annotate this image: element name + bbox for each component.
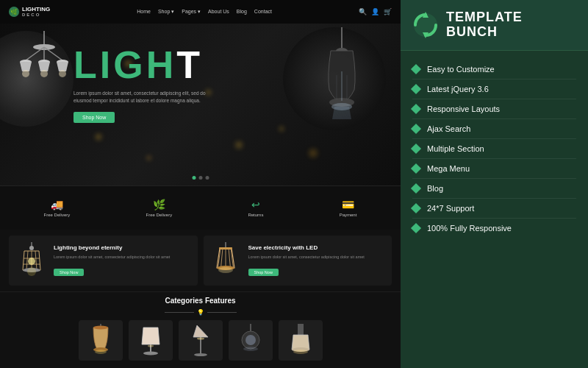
hero-title-highlight: LIGH — [74, 43, 176, 86]
right-panel: TEMPLATE BUNCH Easy to Customize Latest … — [401, 0, 588, 368]
svg-point-40 — [95, 350, 107, 354]
bokeh-2 — [147, 156, 151, 160]
payment-icon: 💳 — [342, 199, 354, 210]
site-logo[interactable]: 🌿 LIGHTING DECO — [9, 7, 50, 17]
categories-divider: 💡 — [9, 309, 392, 316]
card-2-title: Save electricity with LED — [248, 244, 387, 252]
feature-row-5: Multiple Section — [412, 139, 576, 159]
diamond-icon-9 — [411, 223, 421, 233]
brand-logo-icon — [412, 12, 439, 38]
svg-point-43 — [148, 345, 154, 347]
features-bar: 🚚 Free Delivery 🌿 Free Delivery ↩ Return… — [0, 185, 401, 230]
feature-label-4: Ajax Search — [427, 124, 470, 133]
nav-link-about[interactable]: About Us — [208, 9, 229, 15]
cat-thumb-5[interactable] — [279, 320, 323, 361]
brand-header: TEMPLATE BUNCH — [401, 0, 588, 51]
svg-point-8 — [22, 70, 29, 77]
logo-text: LIGHTING DECO — [22, 7, 50, 17]
svg-point-53 — [293, 350, 308, 354]
divider-line-right — [207, 312, 237, 313]
cat-thumb-3[interactable] — [179, 320, 223, 361]
card-1-title: Lighting beyond eternity — [54, 244, 192, 252]
card-1-info: Lighting beyond eternity Lorem ipsum dol… — [54, 244, 192, 276]
category-thumbnails — [9, 320, 392, 361]
dot-2[interactable] — [198, 176, 202, 180]
svg-line-24 — [35, 251, 37, 270]
cat-thumb-2[interactable] — [129, 320, 173, 361]
nav-links: Home Shop ▾ Pages ▾ About Us Blog Contac… — [56, 9, 353, 15]
card-1-image — [15, 241, 48, 280]
dot-3[interactable] — [205, 176, 209, 180]
bokeh-3 — [235, 141, 243, 149]
svg-point-49 — [245, 335, 256, 345]
feature-payment: 💳 Payment — [340, 199, 357, 217]
hero-text: LIGHT Lorem ipsum dolor sit amet, consec… — [74, 46, 220, 123]
divider-line-left — [165, 312, 194, 313]
category-cards: Lighting beyond eternity Lorem ipsum dol… — [0, 230, 401, 291]
svg-point-27 — [27, 267, 36, 276]
category-card-1: Lighting beyond eternity Lorem ipsum dol… — [9, 236, 198, 286]
card-1-btn[interactable]: Shop Now — [54, 269, 84, 276]
svg-line-30 — [221, 248, 223, 268]
feature-label-1: Easy to Customize — [427, 65, 495, 74]
svg-point-46 — [197, 338, 204, 340]
feature-row-2: Latest jQuery 3.6 — [412, 79, 576, 99]
feature-label-9: 100% Fully Responsive — [427, 224, 512, 233]
nav-link-contact[interactable]: Contact — [254, 9, 272, 15]
search-icon[interactable]: 🔍 — [359, 8, 367, 15]
svg-point-42 — [143, 352, 158, 355]
eco-label: Free Delivery — [146, 213, 173, 217]
slider-dots — [192, 176, 209, 180]
user-icon[interactable]: 👤 — [371, 8, 379, 15]
nav-link-pages[interactable]: Pages ▾ — [182, 9, 201, 15]
diamond-icon-5 — [411, 144, 421, 154]
feature-label-3: Responsive Layouts — [427, 105, 500, 113]
hero-shop-button[interactable]: Shop Now — [74, 112, 115, 123]
nav-link-home[interactable]: Home — [137, 9, 151, 15]
feature-row-6: Mega Menu — [412, 159, 576, 179]
diamond-icon-1 — [411, 64, 421, 74]
feature-row-8: 24*7 Support — [412, 199, 576, 219]
categories-title: Categories Features — [9, 297, 392, 305]
card-2-btn[interactable]: Shop Now — [248, 269, 279, 276]
left-panel: 🌿 LIGHTING DECO Home Shop ▾ Pages ▾ Abou… — [0, 0, 401, 368]
delivery-icon: 🚚 — [51, 199, 63, 210]
svg-point-50 — [243, 347, 258, 351]
cat-thumb-4[interactable] — [229, 320, 273, 361]
diamond-icon-2 — [411, 84, 421, 94]
card-2-image — [209, 241, 243, 280]
feature-label-6: Mega Menu — [427, 164, 470, 173]
returns-icon: ↩ — [251, 199, 260, 210]
card-1-text: Lorem ipsum dolor sit amet, consectetur … — [54, 255, 192, 261]
svg-point-9 — [40, 70, 48, 77]
diamond-icon-6 — [411, 163, 421, 174]
brand-name-block: TEMPLATE BUNCH — [446, 10, 523, 40]
feature-label-2: Latest jQuery 3.6 — [427, 85, 489, 93]
svg-point-36 — [218, 267, 233, 273]
divider-icon: 💡 — [197, 309, 204, 316]
categories-features-section: Categories Features 💡 — [0, 291, 401, 367]
svg-rect-34 — [219, 247, 232, 250]
svg-line-32 — [229, 248, 231, 268]
svg-line-4 — [44, 47, 62, 60]
bokeh-1 — [96, 134, 101, 140]
feature-label-8: 24*7 Support — [427, 204, 474, 213]
dot-1[interactable] — [192, 176, 196, 180]
diamond-icon-3 — [411, 104, 421, 114]
feature-row-4: Ajax Search — [412, 119, 576, 139]
feature-row-9: 100% Fully Responsive — [412, 219, 576, 238]
returns-label: Returns — [248, 213, 263, 217]
svg-point-10 — [59, 70, 66, 77]
nav-link-shop[interactable]: Shop ▾ — [158, 9, 174, 15]
hero-subtitle: Lorem ipsum dolor sit amet, consectetur … — [74, 90, 220, 105]
lamp-left — [4, 27, 85, 116]
svg-point-38 — [93, 326, 108, 330]
svg-line-22 — [26, 251, 28, 270]
nav-link-blog[interactable]: Blog — [237, 9, 247, 15]
cart-icon[interactable]: 🛒 — [384, 8, 392, 15]
nav-icons: 🔍 👤 🛒 — [359, 8, 392, 15]
cat-thumb-1[interactable] — [79, 320, 123, 361]
lamp-right — [305, 24, 379, 127]
feature-label-5: Multiple Section — [427, 144, 484, 153]
features-list: Easy to Customize Latest jQuery 3.6 Resp… — [401, 51, 588, 368]
